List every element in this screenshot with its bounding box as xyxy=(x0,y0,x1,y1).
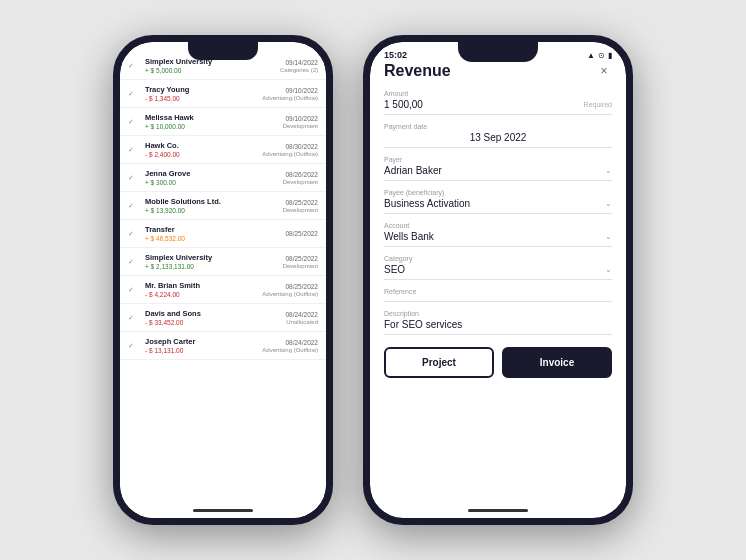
check-icon: ✓ xyxy=(128,62,140,70)
field-select-value: Wells Bank xyxy=(384,231,434,242)
trans-right: 08/25/2022Development xyxy=(283,199,318,213)
field-value: SEO⌄ xyxy=(384,264,612,275)
field-value: Wells Bank⌄ xyxy=(384,231,612,242)
trans-amount: - $ 33,452.00 xyxy=(145,319,280,326)
trans-name: Jenna Grove xyxy=(145,169,278,178)
trans-name: Hawk Co. xyxy=(145,141,257,150)
trans-category: Unallocated xyxy=(285,319,318,325)
trans-content: Davis and Sons- $ 33,452.00 xyxy=(145,309,280,326)
trans-amount: + $ 300.00 xyxy=(145,179,278,186)
status-icons: ▲ ⊙ ▮ xyxy=(587,51,612,60)
field-label: Payee (beneficiary) xyxy=(384,189,612,196)
right-phone-screen: 15:02 ▲ ⊙ ▮ Revenue × Amount1 500,00Requ… xyxy=(370,42,626,518)
trans-name: Tracy Young xyxy=(145,85,257,94)
chevron-down-icon: ⌄ xyxy=(605,199,612,208)
trans-right: 08/25/2022Development xyxy=(283,255,318,269)
trans-date: 08/26/2022 xyxy=(283,171,318,178)
trans-amount: - $ 1,345.00 xyxy=(145,95,257,102)
trans-content: Mr. Brian Smith- $ 4,224.00 xyxy=(145,281,257,298)
right-phone-notch xyxy=(458,42,538,62)
trans-date: 08/25/2022 xyxy=(283,199,318,206)
project-button[interactable]: Project xyxy=(384,347,494,378)
form-field-payer[interactable]: PayerAdrian Baker⌄ xyxy=(384,156,612,181)
close-button[interactable]: × xyxy=(596,63,612,79)
invoice-button[interactable]: Invoice xyxy=(502,347,612,378)
trans-amount: + $ 10,000.00 xyxy=(145,123,278,130)
chevron-down-icon: ⌄ xyxy=(605,166,612,175)
form-buttons: ProjectInvoice xyxy=(384,347,612,378)
trans-date: 08/25/2022 xyxy=(262,283,318,290)
trans-content: Jenna Grove+ $ 300.00 xyxy=(145,169,278,186)
check-icon: ✓ xyxy=(128,202,140,210)
check-icon: ✓ xyxy=(128,90,140,98)
trans-right: 08/24/2022Unallocated xyxy=(285,311,318,325)
trans-category: Development xyxy=(283,179,318,185)
form-header: Revenue × xyxy=(384,62,612,80)
field-select-value: Business Activation xyxy=(384,198,470,209)
form-field-category[interactable]: CategorySEO⌄ xyxy=(384,255,612,280)
transaction-item: ✓Transfer+ $ 46,532.0008/25/2022 xyxy=(120,220,326,248)
trans-category: Categories (2) xyxy=(280,67,318,73)
trans-right: 09/10/2022Advertising (Outflow) xyxy=(262,87,318,101)
trans-content: Joseph Carter- $ 13,131.00 xyxy=(145,337,257,354)
form-field-description: DescriptionFor SEO services xyxy=(384,310,612,335)
form-field-payee-beneficiary[interactable]: Payee (beneficiary)Business Activation⌄ xyxy=(384,189,612,214)
trans-right: 08/24/2022Advertising (Outflow) xyxy=(262,339,318,353)
trans-right: 08/26/2022Development xyxy=(283,171,318,185)
field-value: 13 Sep 2022 xyxy=(384,132,612,143)
field-required-label: Required xyxy=(584,101,612,108)
trans-name: Davis and Sons xyxy=(145,309,280,318)
trans-category: Development xyxy=(283,207,318,213)
trans-amount: + $ 46,532.00 xyxy=(145,235,280,242)
trans-content: Transfer+ $ 46,532.00 xyxy=(145,225,280,242)
trans-name: Mobile Solutions Ltd. xyxy=(145,197,278,206)
trans-right: 09/14/2022Categories (2) xyxy=(280,59,318,73)
transaction-item: ✓Mobile Solutions Ltd.+ $ 13,920.0008/25… xyxy=(120,192,326,220)
trans-name: Mr. Brian Smith xyxy=(145,281,257,290)
trans-category: Advertising (Outflow) xyxy=(262,151,318,157)
wifi-icon: ⊙ xyxy=(598,51,605,60)
trans-date: 09/10/2022 xyxy=(262,87,318,94)
trans-content: Hawk Co.- $ 2,400.00 xyxy=(145,141,257,158)
trans-right: 09/10/2022Development xyxy=(283,115,318,129)
trans-category: Development xyxy=(283,263,318,269)
trans-date: 08/24/2022 xyxy=(262,339,318,346)
transaction-item: ✓Davis and Sons- $ 33,452.0008/24/2022Un… xyxy=(120,304,326,332)
form-fields: Amount1 500,00RequiredPayment date13 Sep… xyxy=(384,90,612,335)
transaction-item: ✓Melissa Hawk+ $ 10,000.0009/10/2022Deve… xyxy=(120,108,326,136)
trans-amount: - $ 13,131.00 xyxy=(145,347,257,354)
trans-content: Melissa Hawk+ $ 10,000.00 xyxy=(145,113,278,130)
field-text-value: For SEO services xyxy=(384,319,462,330)
check-icon: ✓ xyxy=(128,342,140,350)
field-select-value: SEO xyxy=(384,264,405,275)
right-phone: 15:02 ▲ ⊙ ▮ Revenue × Amount1 500,00Requ… xyxy=(363,35,633,525)
trans-name: Melissa Hawk xyxy=(145,113,278,122)
field-value: Adrian Baker⌄ xyxy=(384,165,612,176)
trans-date: 08/30/2022 xyxy=(262,143,318,150)
field-label: Description xyxy=(384,310,612,317)
trans-right: 08/25/2022Advertising (Outflow) xyxy=(262,283,318,297)
chevron-down-icon: ⌄ xyxy=(605,232,612,241)
field-value: Business Activation⌄ xyxy=(384,198,612,209)
field-select-value: Adrian Baker xyxy=(384,165,442,176)
form-title: Revenue xyxy=(384,62,451,80)
check-icon: ✓ xyxy=(128,146,140,154)
form-field-payment-date: Payment date13 Sep 2022 xyxy=(384,123,612,148)
home-indicator-left xyxy=(193,509,253,512)
left-phone-screen: ✓Simplex University+ $ 5,000.0009/14/202… xyxy=(120,42,326,518)
trans-category: Advertising (Outflow) xyxy=(262,291,318,297)
form-field-reference: Reference xyxy=(384,288,612,302)
signal-icon: ▲ xyxy=(587,51,595,60)
trans-date: 08/25/2022 xyxy=(283,255,318,262)
transaction-item: ✓Simplex University+ $ 2,133,131.0008/25… xyxy=(120,248,326,276)
revenue-form: Revenue × Amount1 500,00RequiredPayment … xyxy=(370,62,626,508)
trans-amount: + $ 13,920.00 xyxy=(145,207,278,214)
field-label: Category xyxy=(384,255,612,262)
check-icon: ✓ xyxy=(128,230,140,238)
field-label: Account xyxy=(384,222,612,229)
trans-name: Transfer xyxy=(145,225,280,234)
form-field-account[interactable]: AccountWells Bank⌄ xyxy=(384,222,612,247)
trans-amount: + $ 2,133,131.00 xyxy=(145,263,278,270)
trans-amount: - $ 2,400.00 xyxy=(145,151,257,158)
transaction-list: ✓Simplex University+ $ 5,000.0009/14/202… xyxy=(120,42,326,518)
